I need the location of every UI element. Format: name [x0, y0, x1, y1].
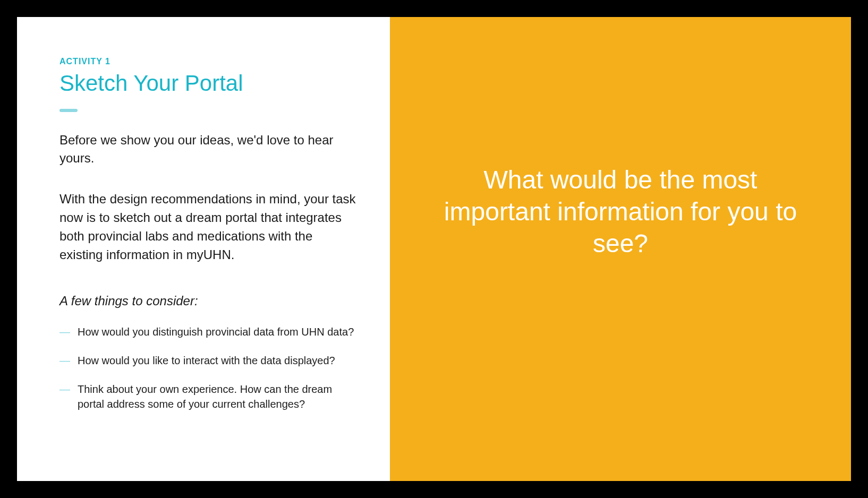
- right-panel: What would be the most important informa…: [390, 17, 851, 481]
- dash-icon: —: [59, 324, 70, 339]
- activity-eyebrow: ACTIVITY 1: [59, 57, 358, 66]
- list-item: — How would you like to interact with th…: [59, 353, 358, 368]
- task-text: With the design recommendations in mind,…: [59, 190, 358, 264]
- intro-text: Before we show you our ideas, we'd love …: [59, 131, 358, 167]
- list-item: — How would you distinguish provincial d…: [59, 324, 358, 339]
- consider-text: How would you like to interact with the …: [78, 353, 335, 368]
- consider-text: How would you distinguish provincial dat…: [78, 324, 354, 339]
- slide-container: ACTIVITY 1 Sketch Your Portal Before we …: [17, 17, 851, 481]
- consider-list: — How would you distinguish provincial d…: [59, 324, 358, 411]
- list-item: — Think about your own experience. How c…: [59, 382, 358, 411]
- dash-icon: —: [59, 382, 70, 411]
- prompt-question: What would be the most important informa…: [432, 164, 809, 260]
- title-divider: [59, 109, 78, 112]
- left-panel: ACTIVITY 1 Sketch Your Portal Before we …: [17, 17, 390, 481]
- dash-icon: —: [59, 353, 70, 368]
- consider-heading: A few things to consider:: [59, 294, 358, 308]
- slide-title: Sketch Your Portal: [59, 71, 358, 96]
- consider-text: Think about your own experience. How can…: [78, 382, 358, 411]
